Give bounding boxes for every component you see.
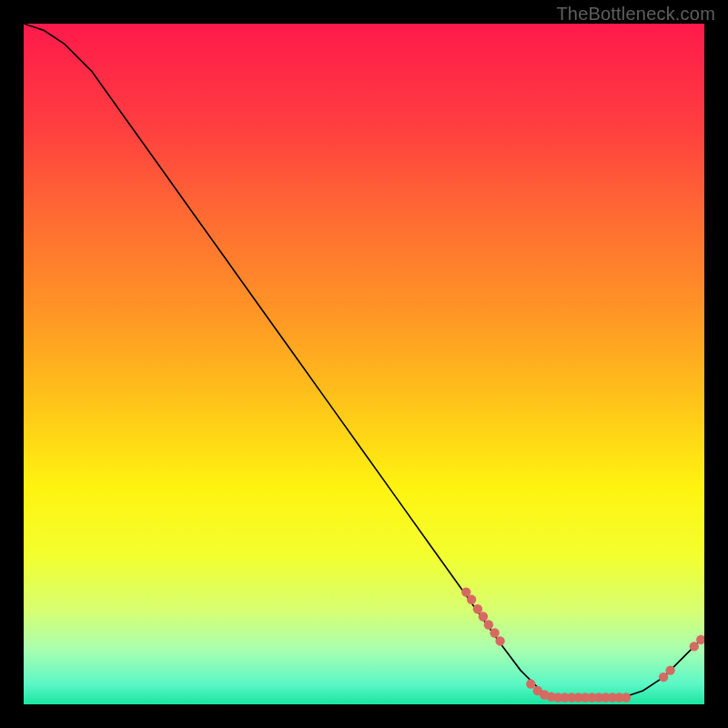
highlight-dot [484, 620, 493, 629]
highlight-dot [659, 672, 668, 682]
highlight-dot [622, 693, 631, 702]
watermark-text: TheBottleneck.com [556, 4, 715, 25]
highlight-dot [526, 679, 535, 688]
gradient-background [24, 24, 704, 704]
highlight-dot [690, 642, 699, 651]
plot-svg [24, 24, 704, 704]
chart-stage: TheBottleneck.com [0, 0, 728, 728]
highlight-dot [490, 628, 499, 637]
highlight-dot [495, 636, 504, 645]
plot-area [24, 24, 704, 704]
highlight-dot [467, 595, 476, 604]
highlight-dot [665, 665, 674, 674]
highlight-dot [479, 612, 488, 621]
